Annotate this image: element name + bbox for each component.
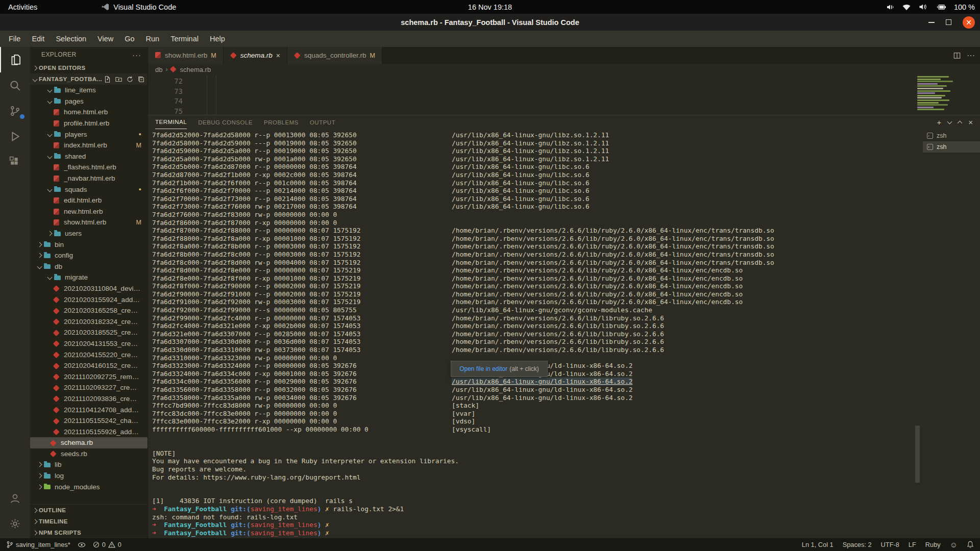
tree-item-20210204131553_create...[interactable]: 20210204131553_create...: [30, 338, 148, 349]
tree-item-log[interactable]: log: [30, 470, 148, 482]
tree-item-config[interactable]: config: [30, 250, 148, 261]
tree-item-_navbar.html.erb[interactable]: _navbar.html.erb: [30, 173, 148, 184]
tree-item-schema.rb[interactable]: schema.rb: [30, 437, 148, 448]
tree-item-new.html.erb[interactable]: new.html.erb: [30, 206, 148, 217]
tree-item-20210203185525_create...[interactable]: 20210203185525_create...: [30, 327, 148, 338]
tree-item-db[interactable]: db: [30, 261, 148, 272]
tree-item-lib[interactable]: lib: [30, 459, 148, 470]
menu-run[interactable]: Run: [140, 33, 165, 45]
git-modified-badge[interactable]: M: [211, 52, 216, 59]
tree-item-squads[interactable]: squads●: [30, 184, 148, 195]
source-control-icon[interactable]: [0, 98, 30, 123]
new-file-icon[interactable]: [104, 76, 111, 83]
tree-item-users[interactable]: users: [30, 228, 148, 239]
open-editors-section[interactable]: OPEN EDITORS: [30, 62, 148, 73]
git-modified-badge[interactable]: M: [370, 52, 375, 59]
section-npm-scripts[interactable]: NPM SCRIPTS: [30, 527, 148, 538]
tree-item-20210203110804_devise...[interactable]: 20210203110804_devise...: [30, 283, 148, 294]
tree-item-20211105155242_chang...[interactable]: 20211105155242_chang...: [30, 415, 148, 427]
menu-selection[interactable]: Selection: [50, 33, 92, 45]
status-ruby[interactable]: Ruby: [925, 541, 941, 548]
maximize-panel-icon[interactable]: [958, 120, 963, 126]
system-tray[interactable]: 100 %: [886, 0, 975, 14]
tree-item-20211102093836_create...[interactable]: 20211102093836_create...: [30, 393, 148, 405]
tree-item-bin[interactable]: bin: [30, 239, 148, 250]
problems-status[interactable]: 0 0: [93, 541, 121, 548]
tree-item-20211102093227_create...[interactable]: 20211102093227_create...: [30, 382, 148, 393]
status-ln-1-col-1[interactable]: Ln 1, Col 1: [802, 541, 834, 548]
refresh-icon[interactable]: [127, 76, 133, 83]
tree-item-shared[interactable]: shared: [30, 151, 148, 162]
settings-gear-icon[interactable]: [0, 511, 30, 536]
tree-item-20210203182324_create...[interactable]: 20210203182324_create...: [30, 316, 148, 327]
terminal-scrollbar[interactable]: [915, 425, 920, 483]
tree-item-20210203155924_add_fi...[interactable]: 20210203155924_add_fi...: [30, 294, 148, 305]
tree-item-20211102092725_remov...[interactable]: 20211102092725_remov...: [30, 371, 148, 382]
git-branch-status[interactable]: saving_item_lines*: [6, 541, 70, 548]
menu-edit[interactable]: Edit: [26, 33, 50, 45]
new-folder-icon[interactable]: [115, 76, 122, 83]
explorer-more-icon[interactable]: ···: [132, 51, 141, 59]
search-icon[interactable]: [0, 72, 30, 98]
tree-item-seeds.rb[interactable]: seeds.rb: [30, 448, 148, 460]
terminal-instance-zsh[interactable]: ›zsh: [923, 141, 980, 153]
tree-item-index.html.erb[interactable]: index.html.erbM: [30, 140, 148, 151]
collapse-all-icon[interactable]: [138, 76, 144, 83]
tree-item-edit.html.erb[interactable]: edit.html.erb: [30, 195, 148, 206]
code-editor[interactable]: 72737475 t.string "pos" t.float "px" t.d…: [148, 75, 980, 115]
menu-file[interactable]: File: [3, 33, 26, 45]
tree-item-20210204155220_create...[interactable]: 20210204155220_create...: [30, 349, 148, 360]
menu-go[interactable]: Go: [119, 33, 140, 45]
tab-show.html.erb[interactable]: show.html.erbM: [148, 47, 224, 64]
tree-item-migrate[interactable]: migrate: [30, 272, 148, 283]
explorer-icon[interactable]: [0, 47, 30, 72]
tree-item-20210204160152_create...[interactable]: 20210204160152_create...: [30, 360, 148, 371]
tree-item-20211105155926_add_s...[interactable]: 20211105155926_add_s...: [30, 426, 148, 437]
clock[interactable]: 16 Nov 19:18: [0, 3, 980, 11]
breadcrumb-file[interactable]: schema.rb: [180, 66, 211, 73]
panel-tab-debug-console[interactable]: DEBUG CONSOLE: [198, 115, 253, 129]
account-icon[interactable]: [0, 485, 30, 511]
terminal-file-link[interactable]: /usr/lib/x86_64-linux-gnu/ld-linux-x86-6…: [452, 378, 632, 386]
terminal-instance-zsh[interactable]: ›zsh: [923, 130, 980, 141]
tree-item-line_items[interactable]: line_items: [30, 85, 148, 96]
restore-button[interactable]: [946, 19, 951, 25]
workspace-root-section[interactable]: FANTASY_FOOTBA...: [30, 73, 148, 85]
tree-item-profile.html.erb[interactable]: profile.html.erb: [30, 118, 148, 129]
menu-terminal[interactable]: Terminal: [165, 33, 204, 45]
terminal-body[interactable]: 7fa6d2d52000-7fa6d2d58000 r--p 00013000 …: [148, 129, 980, 538]
run-debug-icon[interactable]: [0, 123, 30, 149]
split-editor-icon[interactable]: [953, 52, 961, 59]
status-lf[interactable]: LF: [909, 541, 916, 548]
minimize-button[interactable]: [928, 22, 935, 23]
tree-item-pages[interactable]: pages: [30, 96, 148, 107]
section-outline[interactable]: OUTLINE: [30, 505, 148, 516]
extensions-icon[interactable]: [0, 149, 30, 174]
terminal-output[interactable]: 7fa6d2d52000-7fa6d2d58000 r--p 00013000 …: [148, 129, 914, 538]
tab-schema.rb[interactable]: schema.rb×: [224, 47, 287, 64]
menu-help[interactable]: Help: [204, 33, 231, 45]
tree-item-20211104124708_add_fi...[interactable]: 20211104124708_add_fi...: [30, 404, 148, 415]
editor-more-icon[interactable]: ···: [967, 51, 975, 60]
panel-tab-terminal[interactable]: TERMINAL: [155, 115, 187, 129]
notifications-bell-icon[interactable]: [967, 541, 974, 548]
terminal-dropdown-icon[interactable]: [947, 119, 952, 124]
status-utf-8[interactable]: UTF-8: [881, 541, 899, 548]
close-panel-icon[interactable]: ×: [968, 118, 973, 127]
breadcrumb-folder[interactable]: db: [155, 66, 162, 73]
menu-view[interactable]: View: [92, 33, 119, 45]
section-timeline[interactable]: TIMELINE: [30, 516, 148, 527]
close-button[interactable]: ✕: [963, 16, 975, 29]
new-terminal-icon[interactable]: +: [937, 118, 941, 127]
tooltip-link[interactable]: Open file in editor: [459, 365, 507, 372]
feedback-smiley-icon[interactable]: ☺: [950, 541, 958, 548]
tab-squads_controller.rb[interactable]: squads_controller.rbM: [287, 47, 382, 64]
panel-tab-problems[interactable]: PROBLEMS: [264, 115, 299, 129]
minimap[interactable]: [917, 76, 962, 114]
tree-item-players[interactable]: players●: [30, 129, 148, 140]
tree-item-home.html.erb[interactable]: home.html.erb: [30, 107, 148, 118]
status-spaces-2[interactable]: Spaces: 2: [843, 541, 872, 548]
tree-item-node_modules[interactable]: node_modules: [30, 481, 148, 492]
tree-item-show.html.erb[interactable]: show.html.erbM: [30, 217, 148, 228]
tree-item-20210203165258_create...[interactable]: 20210203165258_create...: [30, 305, 148, 316]
